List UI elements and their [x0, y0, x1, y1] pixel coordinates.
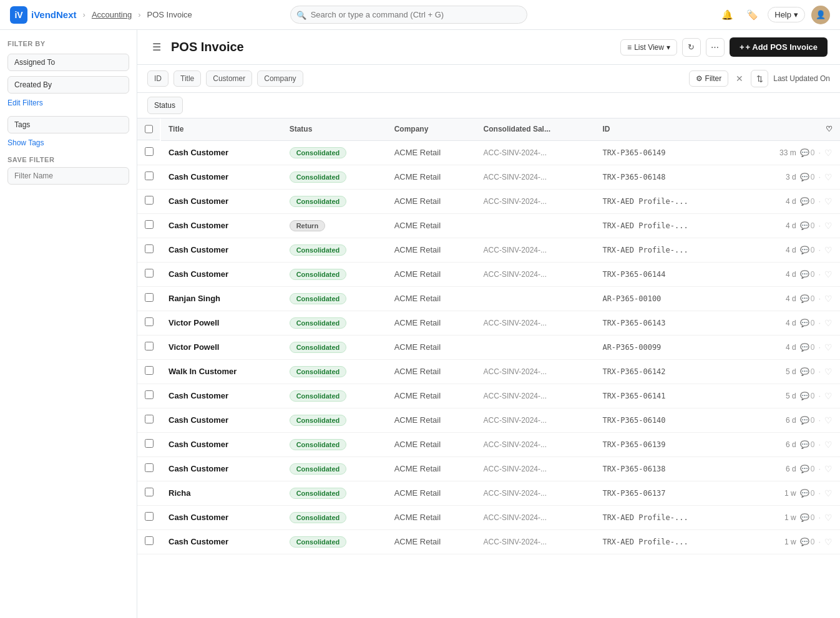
row-checkbox-cell[interactable] [137, 238, 161, 262]
comment-button[interactable]: 💬 0 [800, 294, 815, 303]
status-filter-select[interactable]: Status [147, 97, 183, 114]
table-row[interactable]: Cash Customer Consolidated ACME Retail A… [137, 432, 840, 456]
comment-button[interactable]: 💬 0 [800, 197, 815, 206]
table-row[interactable]: Richa Consolidated ACME Retail ACC-SINV-… [137, 481, 840, 505]
like-button[interactable]: ♡ [824, 245, 833, 255]
row-checkbox-cell[interactable] [137, 286, 161, 311]
comment-button[interactable]: 💬 0 [800, 465, 815, 473]
row-checkbox-cell[interactable] [137, 335, 161, 359]
row-checkbox-cell[interactable] [137, 262, 161, 286]
comment-button[interactable]: 💬 0 [800, 440, 815, 449]
row-checkbox[interactable] [145, 488, 154, 496]
row-checkbox-cell[interactable] [137, 311, 161, 335]
filter-company-button[interactable]: Company [257, 70, 303, 87]
row-checkbox[interactable] [145, 220, 154, 229]
row-checkbox-cell[interactable] [137, 359, 161, 384]
comment-button[interactable]: 💬 0 [800, 367, 815, 376]
sort-button[interactable]: ⇅ [751, 70, 768, 87]
comment-button[interactable]: 💬 0 [800, 392, 815, 400]
table-row[interactable]: Cash Customer Consolidated ACME Retail A… [137, 505, 840, 529]
row-checkbox[interactable] [145, 269, 154, 278]
tags-select[interactable]: Tags [7, 116, 129, 133]
comment-button[interactable]: 💬 0 [800, 221, 815, 230]
list-view-button[interactable]: ≡ List View ▾ [620, 39, 677, 56]
table-row[interactable]: Cash Customer Consolidated ACME Retail A… [137, 529, 840, 554]
like-button[interactable]: ♡ [824, 367, 833, 377]
table-row[interactable]: Cash Customer Consolidated ACME Retail A… [137, 456, 840, 481]
comment-button[interactable]: 💬 0 [800, 513, 815, 522]
row-checkbox[interactable] [145, 171, 154, 180]
like-button[interactable]: ♡ [824, 464, 833, 474]
comment-button[interactable]: 💬 0 [800, 416, 815, 425]
table-row[interactable]: Cash Customer Consolidated ACME Retail A… [137, 384, 840, 408]
help-button[interactable]: Help ▾ [768, 7, 805, 22]
like-button[interactable]: ♡ [824, 196, 833, 206]
refresh-button[interactable]: ↻ [682, 38, 701, 57]
table-row[interactable]: Victor Powell Consolidated ACME Retail A… [137, 311, 840, 335]
table-row[interactable]: Cash Customer Consolidated ACME Retail A… [137, 408, 840, 432]
created-by-select[interactable]: Created By [7, 76, 129, 94]
row-checkbox-cell[interactable] [137, 456, 161, 481]
table-row[interactable]: Walk In Customer Consolidated ACME Retai… [137, 359, 840, 384]
row-checkbox-cell[interactable] [137, 384, 161, 408]
row-checkbox-cell[interactable] [137, 432, 161, 456]
like-button[interactable]: ♡ [824, 391, 833, 401]
like-button[interactable]: ♡ [824, 488, 833, 498]
row-checkbox[interactable] [145, 317, 154, 326]
row-checkbox-cell[interactable] [137, 529, 161, 554]
like-button[interactable]: ♡ [824, 342, 833, 352]
like-button[interactable]: ♡ [824, 415, 833, 425]
comment-button[interactable]: 💬 0 [800, 270, 815, 279]
row-checkbox-cell[interactable] [137, 165, 161, 189]
comment-button[interactable]: 💬 0 [800, 173, 815, 181]
breadcrumb-accounting[interactable]: Accounting [92, 10, 132, 19]
row-checkbox[interactable] [145, 463, 154, 472]
row-checkbox[interactable] [145, 415, 154, 423]
like-button[interactable]: ♡ [824, 513, 833, 523]
row-checkbox[interactable] [145, 536, 154, 545]
edit-filters-link[interactable]: Edit Filters [7, 99, 129, 107]
filter-button[interactable]: ⚙ Filter [689, 70, 729, 87]
filter-name-input[interactable] [7, 167, 129, 185]
like-button[interactable]: ♡ [824, 269, 833, 279]
row-checkbox-cell[interactable] [137, 213, 161, 238]
like-button[interactable]: ♡ [824, 294, 833, 304]
filter-title-button[interactable]: Title [173, 70, 201, 87]
more-options-button[interactable]: ⋯ [706, 38, 725, 57]
table-row[interactable]: Cash Customer Consolidated ACME Retail A… [137, 189, 840, 213]
row-checkbox[interactable] [145, 293, 154, 302]
comment-button[interactable]: 💬 0 [800, 319, 815, 327]
notifications-button[interactable]: 🔔 [718, 6, 736, 24]
filter-close-button[interactable]: ✕ [733, 72, 746, 85]
row-checkbox-cell[interactable] [137, 140, 161, 165]
comment-button[interactable]: 💬 0 [800, 538, 815, 546]
row-checkbox-cell[interactable] [137, 408, 161, 432]
row-checkbox-cell[interactable] [137, 481, 161, 505]
filter-customer-button[interactable]: Customer [206, 70, 252, 87]
row-checkbox[interactable] [145, 244, 154, 253]
row-checkbox[interactable] [145, 512, 154, 521]
menu-toggle-button[interactable]: ☰ [150, 39, 164, 56]
add-pos-invoice-button[interactable]: + + Add POS Invoice [730, 37, 828, 57]
table-row[interactable]: Cash Customer Consolidated ACME Retail A… [137, 165, 840, 189]
row-checkbox[interactable] [145, 439, 154, 448]
like-button[interactable]: ♡ [824, 172, 833, 182]
app-logo[interactable]: iV iVendNext [10, 6, 77, 24]
assigned-to-select[interactable]: Assigned To [7, 54, 129, 71]
like-button[interactable]: ♡ [824, 221, 833, 231]
comment-button[interactable]: 💬 0 [800, 148, 815, 157]
comment-button[interactable]: 💬 0 [800, 489, 815, 498]
like-button[interactable]: ♡ [824, 318, 833, 328]
row-checkbox[interactable] [145, 147, 154, 156]
row-checkbox-cell[interactable] [137, 505, 161, 529]
table-row[interactable]: Cash Customer Return ACME Retail TRX-AED… [137, 213, 840, 238]
row-checkbox-cell[interactable] [137, 189, 161, 213]
tag-button[interactable]: 🏷️ [743, 6, 761, 24]
row-checkbox[interactable] [145, 366, 154, 375]
table-row[interactable]: Cash Customer Consolidated ACME Retail A… [137, 262, 840, 286]
comment-button[interactable]: 💬 0 [800, 246, 815, 254]
like-button[interactable]: ♡ [824, 148, 833, 158]
table-row[interactable]: Victor Powell Consolidated ACME Retail A… [137, 335, 840, 359]
filter-id-button[interactable]: ID [147, 70, 168, 87]
table-row[interactable]: Cash Customer Consolidated ACME Retail A… [137, 238, 840, 262]
